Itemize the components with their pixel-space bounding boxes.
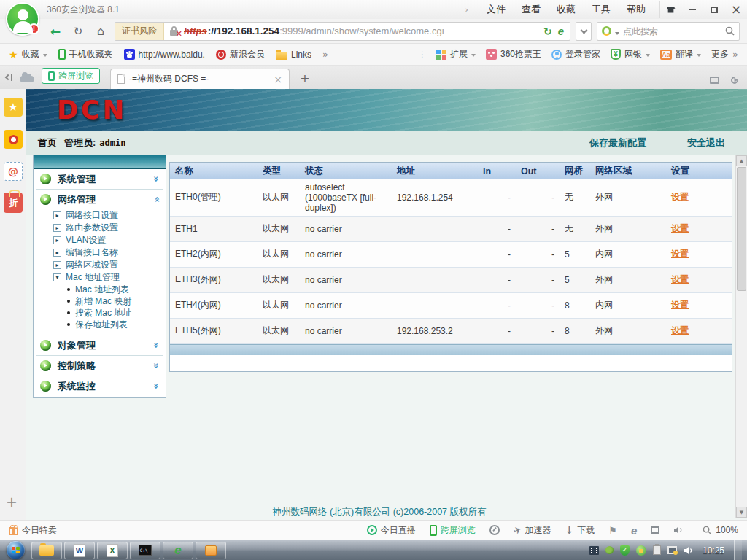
bookmark-links-folder[interactable]: Links (276, 50, 311, 60)
network-warning-icon[interactable] (667, 546, 677, 554)
maximize-button[interactable] (703, 1, 725, 18)
ie-mode-button[interactable]: e (631, 525, 637, 536)
configure-link[interactable]: 设置 (671, 192, 689, 202)
menu-help[interactable]: 帮助 (619, 0, 654, 19)
search-input[interactable] (623, 26, 721, 36)
menu-collapse-icon[interactable]: › (465, 5, 468, 15)
online-banking-button[interactable]: 网银 (611, 48, 650, 61)
certificate-risk-badge[interactable]: 证书风险 (115, 23, 164, 40)
report-button[interactable] (608, 525, 617, 536)
bookmarks-overflow-icon[interactable] (322, 49, 328, 60)
session-restore-icon[interactable] (6, 74, 12, 81)
sidebar-item-edit-interface-name[interactable]: 编辑接口名称 (34, 246, 166, 259)
taskbar-app[interactable] (196, 542, 226, 559)
live-stream-button[interactable]: 今日直播 (367, 524, 416, 537)
sidebar-item-mac-management[interactable]: Mac 地址管理 (34, 271, 166, 284)
search-engine-icon[interactable] (602, 26, 611, 36)
scroll-thumb[interactable] (737, 167, 746, 291)
ticket-grabber-button[interactable]: 360抢票王 (486, 48, 541, 61)
user-avatar[interactable]: ! (6, 2, 39, 36)
configure-link[interactable]: 设置 (671, 274, 689, 284)
clipboard-tray-icon[interactable] (653, 545, 661, 555)
taskbar-excel[interactable]: X (97, 542, 128, 559)
cross-screen-status-button[interactable]: 跨屏浏览 (430, 524, 476, 537)
sidebar-section-monitor[interactable]: 系统监控 (34, 376, 166, 396)
cross-screen-button[interactable]: 跨屏浏览 (42, 68, 100, 84)
configure-link[interactable]: 设置 (671, 249, 689, 259)
sidebar-item-mac-search[interactable]: 搜索 Mac 地址 (34, 307, 166, 319)
logout-link[interactable]: 安全退出 (687, 136, 725, 149)
tab-close-icon[interactable] (274, 74, 282, 85)
favorites-button[interactable]: 收藏 (9, 48, 47, 61)
menu-favorites[interactable]: 收藏 (549, 0, 584, 19)
compat-mode-icon[interactable] (543, 26, 552, 37)
discount-shopping-icon[interactable] (4, 192, 23, 213)
scroll-up-arrow[interactable] (736, 155, 747, 166)
skin-button[interactable] (659, 1, 681, 18)
download-button[interactable]: 下载 (565, 524, 595, 537)
cloud-sync-icon[interactable] (20, 76, 34, 82)
speed-mode-icon[interactable]: e (558, 26, 564, 36)
scroll-down-arrow[interactable] (736, 507, 747, 518)
taskbar-explorer[interactable] (31, 542, 62, 559)
search-engine-caret-icon[interactable] (615, 32, 619, 35)
speed-test-button[interactable] (489, 525, 500, 535)
sidebar-section-system[interactable]: 系统管理 (34, 169, 166, 189)
search-box[interactable] (597, 22, 740, 41)
refresh-button[interactable] (69, 23, 87, 40)
translate-button[interactable]: 翻译 (660, 48, 701, 61)
extensions-button[interactable]: 扩展 (436, 48, 476, 61)
more-button[interactable]: 更多 (711, 48, 738, 61)
mute-button[interactable] (673, 526, 683, 534)
sidebar-item-mac-list[interactable]: Mac 地址列表 (34, 284, 166, 295)
reopen-closed-tab-icon[interactable] (729, 75, 740, 85)
close-button[interactable] (725, 1, 747, 18)
search-icon[interactable] (725, 26, 735, 36)
add-sidebar-app-icon[interactable] (6, 494, 18, 510)
configure-link[interactable]: 设置 (671, 325, 689, 335)
bookmark-mobile-favorites[interactable]: 手机收藏夹 (58, 48, 113, 61)
media-tray-icon[interactable] (589, 546, 599, 555)
mail-icon[interactable] (4, 162, 23, 181)
configure-link[interactable]: 设置 (671, 300, 689, 310)
configure-link[interactable]: 设置 (671, 223, 689, 233)
sidebar-section-network[interactable]: 网络管理 (34, 190, 166, 209)
minimize-button[interactable] (681, 1, 703, 18)
page-scrollbar[interactable] (735, 155, 747, 518)
taskbar-cmd[interactable] (130, 542, 160, 559)
status-dot-icon[interactable] (605, 546, 614, 554)
daily-deals-button[interactable]: 今日特卖 (9, 524, 57, 537)
booster-button[interactable]: 加速器 (514, 524, 551, 537)
bookmark-sina[interactable]: 新浪会员 (216, 48, 265, 61)
sidebar-item-network-zone[interactable]: 网络区域设置 (34, 259, 166, 271)
menu-file[interactable]: 文件 (479, 0, 514, 19)
url-dropdown-button[interactable] (576, 22, 592, 41)
menu-tools[interactable]: 工具 (584, 0, 619, 19)
start-button[interactable] (7, 541, 25, 559)
volume-icon[interactable] (684, 546, 693, 555)
sidebar-item-vlan-settings[interactable]: VLAN设置 (34, 234, 166, 246)
safe-lock-icon[interactable] (636, 545, 646, 556)
sidebar-item-mac-add[interactable]: 新增 Mac 映射 (34, 295, 166, 307)
sidebar-section-objects[interactable]: 对象管理 (34, 335, 166, 355)
taskbar-clock[interactable]: 10:25 (703, 545, 724, 556)
bookmark-baidu[interactable]: http://www.baidu. (124, 49, 205, 60)
favorites-sidebar-icon[interactable] (4, 98, 23, 117)
taskbar-word[interactable]: W (64, 542, 95, 559)
taskbar-360-browser[interactable]: e (163, 542, 193, 559)
save-config-link[interactable]: 保存最新配置 (589, 136, 646, 149)
sidebar-item-mac-save[interactable]: 保存地址列表 (34, 319, 166, 330)
zoom-control[interactable]: 100% (703, 525, 738, 535)
home-button[interactable] (92, 23, 109, 40)
sidebar-item-routing-params[interactable]: 路由参数设置 (34, 222, 166, 234)
security-shield-icon[interactable] (620, 545, 630, 556)
login-manager-button[interactable]: 登录管家 (551, 48, 600, 61)
window-mode-button[interactable] (651, 526, 659, 534)
sidebar-section-policy[interactable]: 控制策略 (34, 356, 166, 376)
new-tab-button[interactable] (295, 71, 314, 85)
sidebar-item-interface-settings[interactable]: 网络接口设置 (34, 209, 166, 222)
weibo-icon[interactable] (4, 130, 23, 149)
tab-active[interactable]: -=神州数码 DCFS =- (110, 69, 290, 89)
show-desktop-button[interactable] (734, 540, 742, 560)
menu-view[interactable]: 查看 (514, 0, 549, 19)
